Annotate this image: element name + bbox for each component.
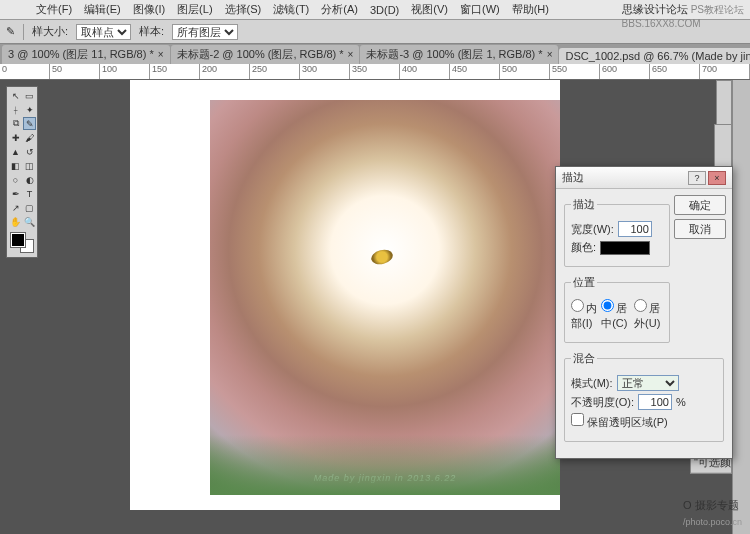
close-button[interactable]: × bbox=[708, 171, 726, 185]
menu-image[interactable]: 图像(I) bbox=[127, 2, 171, 17]
eraser-tool[interactable]: ◧ bbox=[9, 159, 22, 172]
doc-tab[interactable]: 3 @ 100% (图层 11, RGB/8) *× bbox=[2, 45, 170, 64]
doc-tab[interactable]: 未标题-2 @ 100% (图层, RGB/8) *× bbox=[171, 45, 360, 64]
width-label: 宽度(W): bbox=[571, 222, 614, 237]
eyedropper-tool[interactable]: ✎ bbox=[23, 117, 36, 130]
dialog-title: 描边 bbox=[562, 170, 584, 185]
marquee-tool[interactable]: ▭ bbox=[23, 89, 36, 102]
ok-button[interactable]: 确定 bbox=[674, 195, 726, 215]
menu-window[interactable]: 窗口(W) bbox=[454, 2, 506, 17]
history-brush-tool[interactable]: ↺ bbox=[23, 145, 36, 158]
ruler-horizontal: 0501001502002503003504004505005506006507… bbox=[0, 64, 750, 80]
document-canvas[interactable]: Made by jingxin in 2013.6.22 bbox=[210, 100, 560, 495]
sample-label: 样本: bbox=[139, 24, 164, 39]
close-icon[interactable]: × bbox=[348, 49, 354, 60]
gradient-tool[interactable]: ◫ bbox=[23, 159, 36, 172]
move-tool[interactable]: ↖ bbox=[9, 89, 22, 102]
pos-center-radio[interactable]: 居中(C) bbox=[601, 299, 630, 331]
menu-3d[interactable]: 3D(D) bbox=[364, 4, 405, 16]
opacity-input[interactable] bbox=[638, 394, 672, 410]
pos-inside-radio[interactable]: 内部(I) bbox=[571, 299, 597, 331]
color-swatch[interactable] bbox=[9, 231, 36, 255]
canvas-area: Made by jingxin in 2013.6.22 bbox=[130, 80, 560, 510]
image-caption: Made by jingxin in 2013.6.22 bbox=[210, 473, 560, 483]
menu-select[interactable]: 选择(S) bbox=[219, 2, 268, 17]
dodge-tool[interactable]: ◐ bbox=[23, 173, 36, 186]
stroke-group: 描边 宽度(W): 颜色: bbox=[564, 197, 670, 267]
stamp-tool[interactable]: ▲ bbox=[9, 145, 22, 158]
doc-tab[interactable]: 未标题-3 @ 100% (图层 1, RGB/8) *× bbox=[360, 45, 558, 64]
zoom-tool[interactable]: 🔍 bbox=[23, 215, 36, 228]
sample-size-select[interactable]: 取样点 bbox=[76, 24, 131, 40]
menu-layer[interactable]: 图层(L) bbox=[171, 2, 218, 17]
sample-select[interactable]: 所有图层 bbox=[172, 24, 238, 40]
pos-outside-radio[interactable]: 居外(U) bbox=[634, 299, 663, 331]
blur-tool[interactable]: ○ bbox=[9, 173, 22, 186]
color-swatch-input[interactable] bbox=[600, 241, 650, 255]
sample-size-label: 样大小: bbox=[32, 24, 68, 39]
pen-tool[interactable]: ✒ bbox=[9, 187, 22, 200]
menu-analysis[interactable]: 分析(A) bbox=[315, 2, 364, 17]
position-group: 位置 内部(I) 居中(C) 居外(U) bbox=[564, 275, 670, 343]
help-button[interactable]: ? bbox=[688, 171, 706, 185]
mode-select[interactable]: 正常 bbox=[617, 375, 679, 391]
type-tool[interactable]: T bbox=[23, 187, 36, 200]
watermark-bottom: O 摄影专题/photo.poco.cn bbox=[683, 497, 742, 528]
menu-help[interactable]: 帮助(H) bbox=[506, 2, 555, 17]
toolbox: ↖ ▭ ⟊ ✦ ⧉ ✎ ✚ 🖌 ▲ ↺ ◧ ◫ ○ ◐ ✒ T ↗ ▢ ✋ 🔍 bbox=[6, 86, 38, 258]
bee-subject bbox=[370, 247, 395, 266]
eyedropper-icon: ✎ bbox=[6, 25, 15, 38]
crop-tool[interactable]: ⧉ bbox=[9, 117, 22, 130]
dialog-titlebar[interactable]: 描边 ? × bbox=[556, 167, 732, 189]
opacity-unit: % bbox=[676, 396, 686, 408]
panel-dock bbox=[732, 80, 750, 534]
mode-label: 模式(M): bbox=[571, 376, 613, 391]
lasso-tool[interactable]: ⟊ bbox=[9, 103, 22, 116]
wand-tool[interactable]: ✦ bbox=[23, 103, 36, 116]
menu-view[interactable]: 视图(V) bbox=[405, 2, 454, 17]
opacity-label: 不透明度(O): bbox=[571, 395, 634, 410]
artwork-image: Made by jingxin in 2013.6.22 bbox=[210, 100, 560, 495]
path-tool[interactable]: ↗ bbox=[9, 201, 22, 214]
cancel-button[interactable]: 取消 bbox=[674, 219, 726, 239]
document-tabs: 3 @ 100% (图层 11, RGB/8) *× 未标题-2 @ 100% … bbox=[0, 44, 750, 64]
doc-tab-active[interactable]: DSC_1002.psd @ 66.7% (Made by jingxin in… bbox=[559, 48, 750, 64]
menu-filter[interactable]: 滤镜(T) bbox=[267, 2, 315, 17]
stroke-dialog: 描边 ? × 确定 取消 描边 宽度(W): 颜色: 位置 内部(I) bbox=[555, 166, 733, 459]
preserve-check[interactable]: 保留透明区域(P) bbox=[571, 413, 668, 430]
watermark-top: 思缘设计论坛 PS教程论坛 BBS.16XX8.COM bbox=[622, 2, 744, 29]
menu-edit[interactable]: 编辑(E) bbox=[78, 2, 127, 17]
hand-tool[interactable]: ✋ bbox=[9, 215, 22, 228]
menu-file[interactable]: 文件(F) bbox=[30, 2, 78, 17]
color-label: 颜色: bbox=[571, 240, 596, 255]
close-icon[interactable]: × bbox=[158, 49, 164, 60]
shape-tool[interactable]: ▢ bbox=[23, 201, 36, 214]
blend-group: 混合 模式(M): 正常 不透明度(O): % 保留透明区域(P) bbox=[564, 351, 724, 442]
brush-tool[interactable]: 🖌 bbox=[23, 131, 36, 144]
close-icon[interactable]: × bbox=[547, 49, 553, 60]
width-input[interactable] bbox=[618, 221, 652, 237]
heal-tool[interactable]: ✚ bbox=[9, 131, 22, 144]
